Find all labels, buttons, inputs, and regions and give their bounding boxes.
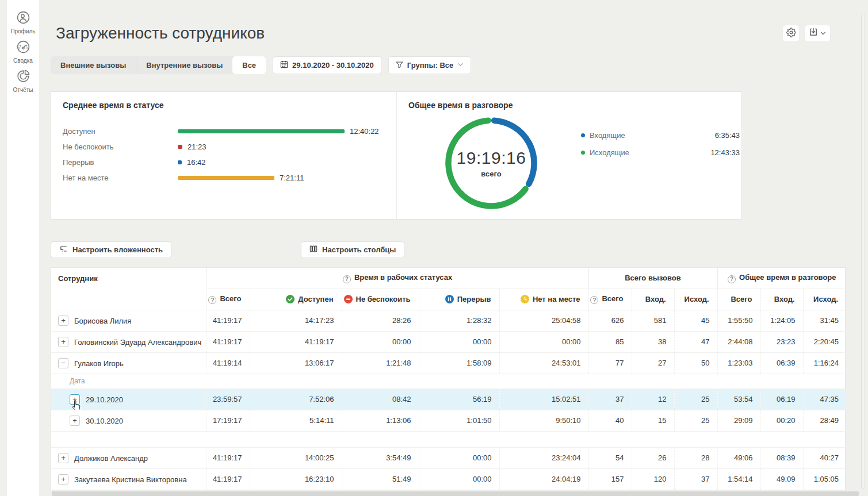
status-bar (178, 160, 182, 164)
status-bar-row: Не беспокоить21:23 (63, 139, 385, 155)
chevron-down-icon (820, 28, 826, 39)
download-button[interactable] (804, 25, 831, 42)
column-header[interactable]: Доступен (250, 289, 342, 310)
settings-button[interactable] (782, 25, 800, 42)
help-icon: ? (343, 275, 351, 283)
cell-value: 37 (674, 468, 717, 490)
column-header[interactable]: Нет на месте (499, 289, 588, 310)
cell-value: 25:04:58 (499, 310, 588, 331)
cell-value: 00:00 (499, 331, 588, 352)
column-header[interactable]: Вход. (632, 289, 674, 310)
sidebar-item-profile[interactable]: Профиль (7, 10, 39, 34)
configure-nesting-label: Настроить вложенность (72, 245, 163, 254)
help-icon: ? (208, 296, 216, 304)
column-header[interactable]: ?Всего (588, 289, 632, 310)
table-row[interactable]: +30.10.202017:19:175:14:111:13:061:01:50… (51, 410, 846, 431)
cell-value: 16:23:10 (250, 468, 342, 490)
cell-value: 31:45 (803, 310, 846, 331)
tab-all[interactable]: Все (232, 56, 266, 74)
column-header[interactable]: Исход. (674, 289, 717, 310)
cell-value: 28:49 (803, 410, 846, 431)
groups-dropdown[interactable]: Группы: Все (388, 56, 471, 74)
gear-icon (786, 28, 796, 40)
cell-value: 77 (588, 352, 632, 374)
cell-value: 45 (674, 310, 717, 331)
cell-value: 28 (674, 447, 717, 468)
table-row[interactable]: +Закутаева Кристина Викторовна41:19:1716… (51, 468, 846, 490)
status-break-icon (445, 295, 454, 303)
column-header[interactable]: Исход. (803, 289, 846, 310)
date-cell: +30.10.2020 (51, 410, 207, 431)
cell-value: 24:53:01 (499, 352, 588, 374)
sidebar-item-reports[interactable]: Отчёты (7, 69, 39, 93)
cell-value: 1:21:48 (342, 352, 419, 374)
sidebar-item-summary[interactable]: Сводка (7, 40, 39, 64)
status-value: 16:42 (187, 158, 206, 167)
cell-value: 00:00 (419, 447, 499, 468)
status-label: Перерыв (63, 158, 178, 167)
table-row[interactable]: +Должиков Александр41:19:1714:00:253:54:… (51, 447, 846, 468)
expand-button[interactable]: + (58, 474, 68, 485)
cell-value: 41:19:17 (207, 468, 250, 490)
cell-value: 08:42 (342, 389, 419, 410)
column-header[interactable]: ?Всего (207, 289, 250, 310)
cell-value: 581 (632, 310, 674, 331)
tab-internal-calls[interactable]: Внутренние вызовы (136, 56, 232, 74)
table-row[interactable]: +Борисова Лилия41:19:1714:17:2328:261:28… (51, 310, 846, 331)
row-label: Борисова Лилия (74, 316, 131, 325)
main-content: Загруженность сотрудников (39, 0, 846, 490)
expand-button[interactable]: + (70, 416, 80, 426)
cell-value: 9:50:10 (499, 410, 588, 431)
columns-icon (309, 245, 318, 255)
status-value: 21:23 (188, 143, 207, 151)
cell-value: 56:19 (419, 389, 499, 410)
cell-value: 85 (588, 331, 632, 352)
expand-button[interactable]: − (58, 358, 68, 368)
cell-value: 00:20 (760, 410, 803, 431)
cell-value: 40:27 (803, 447, 846, 468)
summary-gauge-icon (16, 40, 30, 56)
date-group-label: Дата (51, 374, 846, 389)
table-row[interactable]: +Головинский Эдуард Александрович41:19:1… (51, 331, 846, 352)
date-range-picker[interactable]: 29.10.2020 - 30.10.2020 (273, 56, 381, 74)
expand-button[interactable]: + (58, 337, 68, 347)
employees-table: Сотрудник?Время в рабочих статусахВсего … (51, 267, 846, 490)
cell-value: 15:02:51 (499, 389, 588, 410)
row-label: Закутаева Кристина Викторовна (74, 475, 187, 483)
tab-external-calls[interactable]: Внешние вызовы (51, 56, 136, 74)
column-header[interactable]: Вход. (760, 289, 803, 310)
donut-total-label: всего (481, 170, 501, 178)
calendar-icon (280, 60, 288, 70)
table-row[interactable]: +29.10.202023:59:577:52:0608:4256:1915:0… (51, 389, 846, 410)
column-header[interactable]: Перерыв (419, 289, 499, 310)
legend-label: Входящие (590, 131, 715, 140)
column-header[interactable]: Всего (717, 289, 760, 310)
expand-button[interactable]: + (58, 316, 68, 326)
row-label: 29.10.2020 (86, 395, 123, 403)
vertical-scrollbar[interactable] (861, 14, 865, 489)
cell-value: 27 (632, 352, 674, 374)
cell-value: 1:58:09 (419, 352, 499, 374)
status-bar (178, 129, 345, 133)
cell-value: 15 (632, 410, 674, 431)
legend-value: 6:35:43 (715, 131, 740, 140)
cell-value: 51:49 (342, 468, 419, 490)
expand-button[interactable]: + (58, 453, 68, 463)
column-header[interactable]: Не беспокоить (342, 289, 419, 310)
configure-columns-button[interactable]: Настроить столбцы (301, 241, 404, 258)
employee-name-cell: −Гулаков Игорь (51, 352, 207, 374)
download-icon (809, 28, 818, 39)
date-cell: +29.10.2020 (51, 389, 207, 410)
horizontal-scrollbar[interactable] (52, 491, 859, 496)
column-header-employee[interactable]: Сотрудник (51, 268, 207, 310)
status-value: 12:40:22 (350, 127, 379, 136)
date-range-value: 29.10.2020 - 30.10.2020 (292, 61, 374, 70)
configure-nesting-button[interactable]: Настроить вложенность (51, 241, 171, 258)
cell-value: 120 (632, 468, 674, 490)
cell-value: 1:54:14 (717, 468, 760, 490)
cell-value: 626 (588, 310, 632, 331)
cell-value: 3:54:49 (342, 447, 419, 468)
employee-name-cell: +Должиков Александр (51, 447, 207, 468)
cell-value: 25 (674, 389, 717, 410)
table-row[interactable]: −Гулаков Игорь41:19:1413:06:171:21:481:5… (51, 352, 846, 374)
